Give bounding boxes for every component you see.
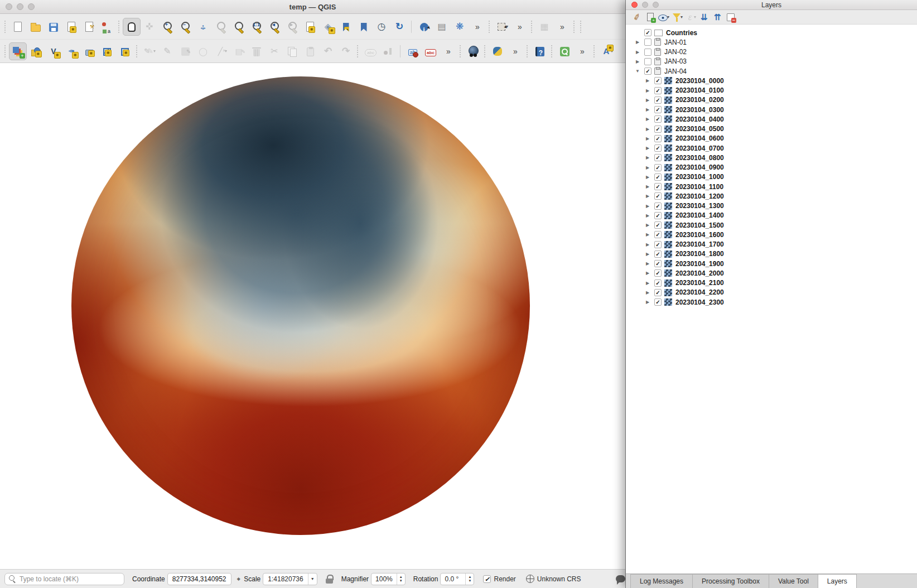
new-geopackage-layer-button[interactable] bbox=[27, 42, 45, 60]
undo-button[interactable] bbox=[319, 42, 337, 60]
style-manager-button[interactable] bbox=[98, 18, 116, 36]
new-gpx-layer-button[interactable] bbox=[62, 42, 80, 60]
osm-place-search-button[interactable] bbox=[556, 42, 573, 60]
expand-all-button[interactable] bbox=[697, 11, 711, 23]
layer-row[interactable]: ▶✓20230104_0200 bbox=[626, 95, 917, 105]
zoom-to-selection-button[interactable] bbox=[212, 18, 230, 36]
layer-row[interactable]: ▶✓20230104_1100 bbox=[626, 182, 917, 191]
map-canvas[interactable] bbox=[0, 63, 625, 569]
expand-arrow-icon[interactable]: ▶ bbox=[644, 184, 651, 189]
expand-arrow-icon[interactable]: ▶ bbox=[634, 50, 641, 55]
chevron-down-icon[interactable]: ▼ bbox=[308, 573, 317, 585]
new-shapefile-layer-button[interactable] bbox=[45, 42, 62, 60]
add-group-button[interactable] bbox=[644, 11, 657, 23]
layer-visibility-checkbox[interactable]: ✓ bbox=[654, 115, 662, 123]
tab-layers[interactable]: Layers bbox=[818, 574, 857, 588]
layer-visibility-checkbox[interactable]: ✓ bbox=[654, 126, 662, 133]
render-checkbox[interactable]: ✓ Render bbox=[483, 575, 515, 583]
layer-visibility-checkbox[interactable]: ✓ bbox=[654, 212, 662, 219]
expand-arrow-icon[interactable]: ▶ bbox=[634, 40, 641, 45]
scale-combobox[interactable]: 1:41820736 ▼ bbox=[263, 573, 317, 585]
new-print-layout-button[interactable] bbox=[62, 18, 80, 36]
layer-visibility-checkbox[interactable]: ✓ bbox=[654, 221, 662, 229]
layer-visibility-checkbox[interactable]: ✓ bbox=[654, 173, 662, 181]
layer-visibility-checkbox[interactable] bbox=[644, 58, 651, 65]
highlight-pinned-labels-button[interactable] bbox=[422, 42, 440, 60]
layer-visibility-checkbox[interactable]: ✓ bbox=[654, 106, 662, 113]
layer-visibility-checkbox[interactable] bbox=[644, 49, 651, 56]
expand-arrow-icon[interactable]: ▶ bbox=[644, 88, 651, 93]
layer-row[interactable]: ▶✓20230104_0800 bbox=[626, 153, 917, 162]
delete-selected-button[interactable] bbox=[248, 42, 266, 60]
vertex-tool-button[interactable]: ▾ bbox=[212, 42, 230, 60]
layer-row[interactable]: ▶✓20230104_1600 bbox=[626, 230, 917, 239]
layer-row[interactable]: ▶✓20230104_1400 bbox=[626, 211, 917, 220]
select-features-button[interactable]: ▾ bbox=[493, 18, 511, 36]
magnifier-spinbox[interactable]: 100% ▲▼ bbox=[371, 573, 406, 585]
expand-arrow-icon[interactable]: ▶ bbox=[644, 107, 651, 112]
layer-row[interactable]: ▶✓20230104_1000 bbox=[626, 172, 917, 182]
temporal-controller-button[interactable] bbox=[373, 18, 390, 36]
save-project-button[interactable] bbox=[45, 18, 62, 36]
layers-titlebar[interactable]: Layers bbox=[626, 0, 917, 10]
zoom-out-button[interactable]: − bbox=[176, 18, 194, 36]
layer-row[interactable]: ▶✓20230104_1300 bbox=[626, 201, 917, 211]
expand-arrow-icon[interactable]: ▶ bbox=[644, 290, 651, 295]
layer-visibility-checkbox[interactable]: ✓ bbox=[654, 97, 662, 104]
cut-features-button[interactable] bbox=[266, 42, 283, 60]
expand-arrow-icon[interactable]: ▶ bbox=[644, 271, 651, 276]
pan-map-button[interactable] bbox=[123, 18, 141, 36]
zoom-window-button[interactable] bbox=[28, 3, 35, 10]
current-edits-button[interactable]: ▾ bbox=[141, 42, 158, 60]
toolbar-overflow-chevron[interactable] bbox=[573, 42, 591, 60]
manage-map-themes-button[interactable]: ▾ bbox=[657, 11, 670, 23]
lock-scale-icon[interactable] bbox=[325, 575, 334, 584]
expand-arrow-icon[interactable]: ▶ bbox=[644, 194, 651, 199]
layer-visibility-checkbox[interactable]: ✓ bbox=[654, 144, 662, 152]
collapse-all-button[interactable] bbox=[711, 11, 724, 23]
layer-group-row[interactable]: ▶JAN-02 bbox=[626, 47, 917, 57]
new-virtual-layer-button[interactable] bbox=[98, 42, 116, 60]
expand-arrow-icon[interactable]: ▶ bbox=[644, 300, 651, 305]
layer-group-row[interactable]: ▶JAN-01 bbox=[626, 37, 917, 47]
zoom-full-button[interactable] bbox=[194, 18, 212, 36]
help-button[interactable] bbox=[531, 42, 549, 60]
redo-button[interactable] bbox=[337, 42, 355, 60]
zoom-to-layer-button[interactable] bbox=[230, 18, 248, 36]
close-window-button[interactable] bbox=[631, 2, 638, 8]
pan-to-selection-button[interactable] bbox=[141, 18, 158, 36]
extents-toggle-icon[interactable]: ⌖ bbox=[237, 575, 241, 583]
paste-features-button[interactable] bbox=[301, 42, 319, 60]
new-3d-map-view-button[interactable] bbox=[319, 18, 337, 36]
layer-row[interactable]: ▶✓20230104_0100 bbox=[626, 86, 917, 95]
save-layer-edits-button[interactable] bbox=[176, 42, 194, 60]
new-spatial-bookmark-button[interactable] bbox=[337, 18, 355, 36]
tab-value-tool[interactable]: Value Tool bbox=[769, 574, 818, 588]
filter-legend-button[interactable]: ▾ bbox=[670, 11, 684, 23]
layer-row[interactable]: ▶✓20230104_0400 bbox=[626, 114, 917, 124]
open-attribute-table-button[interactable] bbox=[535, 18, 553, 36]
coordinate-input[interactable]: 8277334,3140952 bbox=[167, 573, 231, 585]
expand-arrow-icon[interactable]: ▶ bbox=[644, 213, 651, 218]
layer-group-row[interactable]: ▶JAN-03 bbox=[626, 57, 917, 66]
toolbar-overflow-chevron[interactable] bbox=[553, 18, 571, 36]
python-console-button[interactable] bbox=[489, 42, 506, 60]
zoom-next-button[interactable]: ▸ bbox=[283, 18, 301, 36]
layer-diagram-button[interactable] bbox=[379, 42, 397, 60]
layer-row[interactable]: ▶✓20230104_2100 bbox=[626, 278, 917, 288]
show-layout-manager-button[interactable] bbox=[80, 18, 98, 36]
layer-visibility-checkbox[interactable]: ✓ bbox=[654, 279, 662, 287]
zoom-in-button[interactable]: + bbox=[158, 18, 176, 36]
expand-arrow-icon[interactable]: ▶ bbox=[644, 223, 651, 228]
expand-arrow-icon[interactable]: ▶ bbox=[644, 232, 651, 237]
minimize-window-button[interactable] bbox=[642, 2, 648, 8]
zoom-native-resolution-button[interactable]: 1:1 bbox=[248, 18, 266, 36]
filter-by-expression-button[interactable]: ▾ bbox=[684, 11, 697, 23]
pin-labels-button[interactable] bbox=[404, 42, 422, 60]
expand-arrow-icon[interactable]: ▶ bbox=[644, 165, 651, 170]
expand-arrow-icon[interactable]: ▶ bbox=[644, 117, 651, 122]
layer-visibility-checkbox[interactable]: ✓ bbox=[654, 77, 662, 84]
layer-visibility-checkbox[interactable]: ✓ bbox=[654, 298, 662, 306]
layer-visibility-checkbox[interactable]: ✓ bbox=[654, 154, 662, 161]
expand-arrow-icon[interactable]: ▶ bbox=[644, 242, 651, 247]
